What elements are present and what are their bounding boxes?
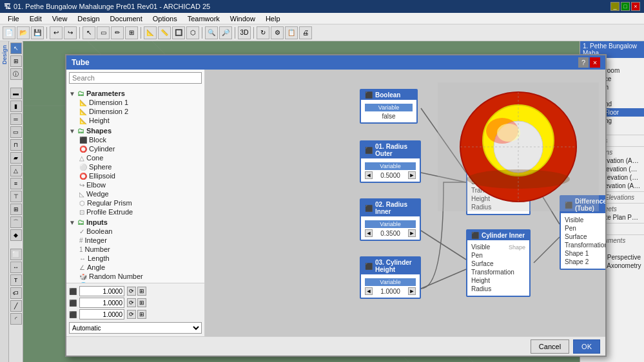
toolbar-redo[interactable]: ↪ bbox=[64, 26, 77, 39]
menu-file[interactable]: File bbox=[3, 13, 24, 24]
tree-item-height[interactable]: 📐 Height bbox=[69, 116, 202, 125]
tool-curtain[interactable]: ⊞ bbox=[10, 204, 22, 215]
toolbar-select[interactable]: ↖ bbox=[83, 26, 95, 39]
menu-teamwork[interactable]: Teamwork bbox=[182, 13, 225, 24]
tool-text[interactable]: T bbox=[10, 274, 22, 286]
tool-grid[interactable]: ⊞ bbox=[10, 55, 22, 67]
tool-wall[interactable]: ▬ bbox=[10, 88, 22, 99]
tool-window[interactable]: ▭ bbox=[10, 126, 22, 138]
menu-design[interactable]: Design bbox=[72, 13, 104, 24]
maximize-btn[interactable]: □ bbox=[621, 2, 630, 11]
tool-dim[interactable]: ↔ bbox=[10, 262, 22, 273]
input-field-2[interactable] bbox=[79, 298, 124, 308]
toolbar-btn-4[interactable]: ⊞ bbox=[125, 26, 138, 39]
menu-document[interactable]: Document bbox=[105, 13, 148, 24]
toolbar-btn-10[interactable]: ⚙ bbox=[271, 26, 284, 39]
tool-shell[interactable]: ⌒ bbox=[10, 216, 22, 228]
tree-item-regular-prism[interactable]: ⬡ Regular Prism bbox=[69, 198, 202, 207]
input-field-3[interactable] bbox=[79, 309, 124, 319]
toolbar-open[interactable]: 📂 bbox=[17, 26, 30, 39]
tree-item-elbow[interactable]: ↪ Elbow bbox=[69, 180, 202, 189]
toolbar-btn-5[interactable]: 📐 bbox=[144, 26, 157, 39]
input-btn-3b[interactable]: ⊞ bbox=[137, 310, 146, 319]
tree-item-wedge[interactable]: ◺ Wedge bbox=[69, 189, 202, 198]
tool-arc[interactable]: ◜ bbox=[10, 313, 22, 325]
toolbar-new[interactable]: 📄 bbox=[3, 26, 15, 39]
tree-item-cylinder[interactable]: ⭕ Cylinder bbox=[69, 144, 202, 153]
toolbar-btn-12[interactable]: 🖨 bbox=[299, 26, 312, 39]
tool-slab[interactable]: ▰ bbox=[10, 152, 22, 164]
tool-railing[interactable]: ⊤ bbox=[10, 191, 22, 202]
toolbar-btn-6[interactable]: 📏 bbox=[158, 26, 171, 39]
menu-window[interactable]: Window bbox=[225, 13, 260, 24]
tool-column[interactable]: ▮ bbox=[10, 100, 22, 112]
input-btn-3a[interactable]: ⟳ bbox=[127, 310, 136, 319]
minimize-btn[interactable]: _ bbox=[610, 2, 620, 11]
menu-options[interactable]: Options bbox=[148, 13, 182, 24]
input-field-1[interactable] bbox=[79, 286, 124, 296]
tree-item-dim2[interactable]: 📐 Dimension 2 bbox=[69, 107, 202, 116]
radius-inner-step-right[interactable]: ► bbox=[408, 229, 416, 237]
tool-line[interactable]: ╱ bbox=[10, 300, 22, 312]
tree-item-cone[interactable]: △ Cone bbox=[69, 153, 202, 162]
title-bar-controls[interactable]: _ □ × bbox=[610, 2, 640, 11]
tool-select[interactable]: ↖ bbox=[10, 43, 22, 54]
tree-item-block[interactable]: ⬛ Block bbox=[69, 135, 202, 144]
toolbar-btn-3[interactable]: ✏ bbox=[111, 26, 124, 39]
tool-zone[interactable]: ⬜ bbox=[10, 249, 22, 260]
menu-edit[interactable]: Edit bbox=[24, 13, 47, 24]
icon-angle: ∠ bbox=[79, 264, 85, 271]
tree-item-angle[interactable]: ∠ Angle bbox=[69, 263, 202, 272]
menu-view[interactable]: View bbox=[47, 13, 73, 24]
toolbar-btn-7[interactable]: 🔲 bbox=[172, 26, 185, 39]
toolbar-btn-8[interactable]: ⬡ bbox=[186, 26, 199, 39]
tool-beam[interactable]: ═ bbox=[10, 113, 22, 125]
node-cylinder-inner-visible: Visible Shape bbox=[471, 243, 525, 251]
tree-item-integer[interactable]: # Integer bbox=[69, 236, 202, 245]
ok-button[interactable]: OK bbox=[573, 339, 600, 354]
tree-item-number[interactable]: 1 Number bbox=[69, 245, 202, 254]
tree-item-profile-extrude[interactable]: ⊡ Profile Extrude bbox=[69, 207, 202, 216]
toolbar-btn-11[interactable]: 📋 bbox=[285, 26, 298, 39]
radius-outer-step-left[interactable]: ◄ bbox=[365, 171, 373, 179]
design-label[interactable]: Design bbox=[0, 41, 9, 68]
toolbar-save[interactable]: 💾 bbox=[31, 26, 44, 39]
cancel-button[interactable]: Cancel bbox=[531, 339, 569, 354]
dialog-help-btn[interactable]: ? bbox=[578, 57, 589, 68]
tool-info[interactable]: ⓘ bbox=[10, 68, 22, 80]
radius-outer-step-right[interactable]: ► bbox=[408, 171, 416, 179]
tree-item-length[interactable]: ↔ Length bbox=[69, 254, 202, 263]
toolbar-btn-9[interactable]: ↻ bbox=[257, 26, 269, 39]
tree-header-parameters[interactable]: ▼ 🗂 Parameters bbox=[69, 89, 202, 98]
radius-inner-step-left[interactable]: ◄ bbox=[365, 229, 373, 237]
tool-door[interactable]: ⊓ bbox=[10, 139, 22, 151]
dropdown-select[interactable]: Automatic bbox=[69, 322, 202, 334]
tree-item-dim1[interactable]: 📐 Dimension 1 bbox=[69, 98, 202, 107]
search-input[interactable] bbox=[69, 72, 202, 84]
input-btn-1a[interactable]: ⟳ bbox=[127, 287, 136, 296]
tree-header-shapes[interactable]: ▼ 🗂 Shapes bbox=[69, 126, 202, 135]
toolbar-zoom-in[interactable]: 🔍 bbox=[205, 26, 218, 39]
close-btn[interactable]: × bbox=[631, 2, 640, 11]
tree-item-random-number[interactable]: 🎲 Random Number bbox=[69, 272, 202, 281]
tree-item-ellipsoid[interactable]: ⭕ Ellipsoid bbox=[69, 171, 202, 180]
tree-item-sphere[interactable]: ⚪ Sphere bbox=[69, 162, 202, 171]
dialog-close-btn[interactable]: × bbox=[590, 57, 600, 68]
toolbar-3d[interactable]: 3D bbox=[238, 26, 251, 39]
tool-stair[interactable]: ≡ bbox=[10, 178, 22, 189]
cylinder-height-step-left[interactable]: ◄ bbox=[365, 287, 373, 295]
menu-help[interactable]: Help bbox=[260, 13, 286, 24]
toolbar-marquee[interactable]: ▭ bbox=[97, 26, 110, 39]
toolbar-undo[interactable]: ↩ bbox=[50, 26, 63, 39]
tree-header-inputs[interactable]: ▼ 🗂 Inputs bbox=[69, 218, 202, 227]
tool-label[interactable]: 🏷 bbox=[10, 287, 22, 299]
tool-morph[interactable]: ◆ bbox=[10, 229, 22, 241]
tool-roof[interactable]: △ bbox=[10, 165, 22, 176]
input-btn-2a[interactable]: ⟳ bbox=[127, 298, 136, 307]
input-btn-1b[interactable]: ⊞ bbox=[137, 287, 146, 296]
toolbar-zoom-out[interactable]: 🔎 bbox=[219, 26, 232, 39]
dialog-title-controls[interactable]: ? × bbox=[578, 57, 600, 68]
input-btn-2b[interactable]: ⊞ bbox=[137, 298, 146, 307]
cylinder-height-step-right[interactable]: ► bbox=[408, 287, 416, 295]
tree-item-boolean[interactable]: ✓ Boolean bbox=[69, 227, 202, 236]
